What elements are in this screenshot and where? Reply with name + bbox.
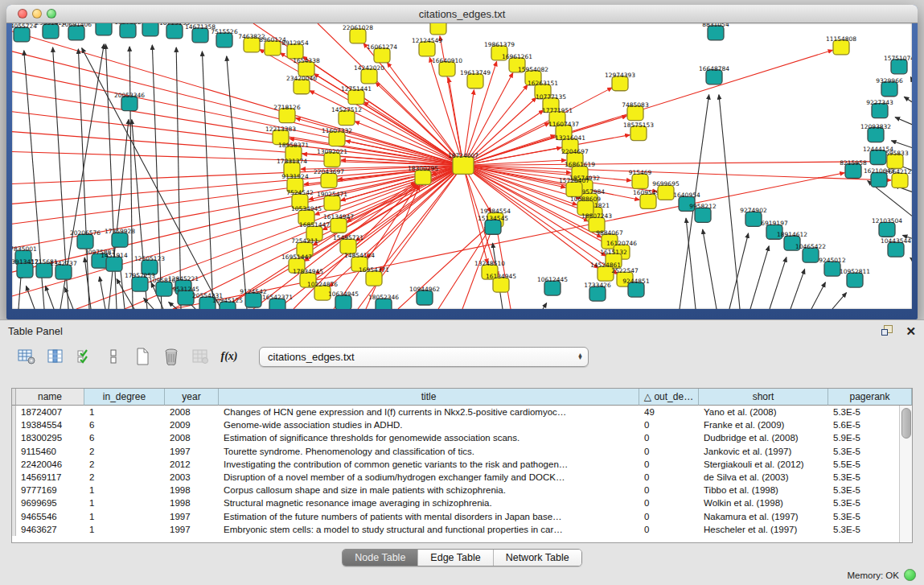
graph-node[interactable]: 10944962	[409, 286, 440, 305]
table-row[interactable]: 969969511998Structural magnetic resonanc…	[12, 496, 912, 509]
tab-network-table[interactable]: Network Table	[494, 550, 581, 566]
graph-node[interactable]: 7515526	[211, 28, 238, 47]
table-vertical-scrollbar[interactable]	[899, 406, 912, 542]
table-cell: 9463627	[16, 525, 84, 534]
table-row[interactable]: 911546021997Tourette syndrome. Phenomeno…	[12, 445, 912, 458]
table-row[interactable]: 977716911998Corpus callosum shape and si…	[12, 484, 912, 496]
import-table-icon[interactable]	[190, 347, 211, 366]
table-cell: 2008	[165, 407, 219, 417]
graph-node[interactable]: 10443544	[881, 237, 911, 257]
graph-node[interactable]: 14242020	[354, 64, 384, 84]
column-header-name[interactable]: name	[16, 389, 84, 406]
table-row[interactable]: 1938455462009Genome-wide association stu…	[12, 418, 912, 431]
graph-node[interactable]: 10952811	[840, 268, 870, 287]
add-column-icon[interactable]	[45, 347, 66, 366]
graph-node-label: 9245012	[819, 257, 845, 264]
tab-edge-table[interactable]: Edge Table	[418, 550, 493, 566]
graph-node[interactable]: 9958212	[689, 203, 716, 222]
new-table-icon[interactable]	[16, 347, 37, 366]
graph-node[interactable]: 9227343	[866, 99, 893, 118]
graph-node-hub[interactable]: 18724007	[448, 152, 478, 175]
function-builder-icon[interactable]: f(x)	[219, 347, 240, 366]
graph-node[interactable]: 12974393	[605, 72, 635, 91]
table-row[interactable]: 2242004622012Investigating the contribut…	[12, 458, 912, 471]
graph-node-label: 15134545	[478, 215, 508, 222]
table-selector-dropdown[interactable]: citations_edges.txt ▲▼	[259, 347, 589, 367]
graph-node[interactable]: 11154808	[826, 35, 856, 55]
graph-node[interactable]: 13092021	[317, 148, 347, 167]
column-header-year[interactable]: year	[165, 389, 219, 406]
graph-node[interactable]: 8215958	[840, 159, 867, 179]
column-header-in_degree[interactable]: in_degree	[84, 389, 165, 406]
graph-node[interactable]: 14055724	[12, 23, 37, 42]
table-cell: 1997	[165, 512, 219, 521]
close-panel-icon[interactable]: ✕	[906, 325, 916, 337]
graph-node[interactable]: 10634945	[328, 290, 359, 309]
graph-node-label: 10465422	[795, 243, 826, 250]
graph-node[interactable]: 18575153	[623, 122, 654, 141]
graph-node[interactable]: 10612445	[537, 276, 568, 295]
graph-node[interactable]: 9329966	[876, 77, 903, 97]
graph-node[interactable]: 16210643	[864, 167, 894, 187]
table-row[interactable]: 946554611997Estimation of the future num…	[12, 510, 912, 523]
table-cell: 0	[639, 472, 699, 482]
graph-node[interactable]: 8912954	[281, 39, 309, 59]
graph-node[interactable]: 1342737	[50, 260, 77, 279]
graph-node-label: 9227343	[866, 99, 893, 106]
network-canvas[interactable]: 1872400714055724230914262069140610653287…	[12, 23, 912, 309]
column-header-pagerank[interactable]: pagerank	[828, 389, 912, 406]
graph-node[interactable]: 10945125	[212, 297, 243, 309]
graph-node[interactable]: 12103504	[872, 217, 902, 237]
select-columns-icon[interactable]	[74, 347, 95, 366]
table-cell: 49	[639, 407, 699, 417]
graph-node[interactable]: 22061028	[343, 24, 373, 43]
table-row[interactable]: 1456911722003Disruption of a novel membe…	[12, 471, 912, 484]
table-row[interactable]: 946362711997Embryonic stem cells: a mode…	[12, 523, 912, 536]
table-row[interactable]: 1872400712008Changes of HCN gene express…	[12, 406, 912, 418]
float-window-icon[interactable]	[881, 325, 894, 336]
close-window-icon[interactable]	[18, 9, 27, 19]
tab-node-table[interactable]: Node Table	[343, 550, 418, 566]
memory-status-icon[interactable]	[904, 569, 916, 581]
graph-node[interactable]: 22043697	[314, 168, 344, 187]
graph-node[interactable]: 9244851	[622, 278, 650, 297]
graph-node[interactable]: 1527602	[114, 23, 141, 38]
row-height-icon[interactable]	[103, 347, 124, 366]
graph-node[interactable]: 20053346	[114, 92, 145, 111]
column-header-title[interactable]: title	[219, 389, 639, 406]
graph-node[interactable]: 12093832	[860, 123, 891, 142]
graph-node-label: 16861619	[565, 162, 595, 169]
zoom-window-icon[interactable]	[47, 9, 56, 19]
graph-node[interactable]: 12124549	[412, 37, 442, 56]
graph-node[interactable]: 8831054	[702, 23, 729, 40]
graph-node[interactable]: 16954371	[359, 266, 389, 286]
graph-node[interactable]: 1733426	[584, 282, 611, 301]
new-document-icon[interactable]	[132, 347, 153, 366]
graph-node[interactable]: 8813074	[425, 23, 452, 35]
graph-node[interactable]: 915469	[629, 169, 652, 188]
graph-node[interactable]: 1654338	[293, 57, 320, 76]
table-cell: 0	[639, 485, 699, 495]
graph-node-label: 20053346	[114, 92, 145, 99]
graph-node[interactable]: 20206576	[70, 229, 101, 249]
graph-node[interactable]: 20691406	[61, 23, 92, 40]
graph-node[interactable]: 18052346	[368, 294, 399, 309]
graph-node[interactable]: 23420046	[286, 75, 317, 94]
graph-node[interactable]: 7485083	[622, 101, 649, 121]
graph-node[interactable]: 16648784	[699, 65, 729, 84]
graph-node[interactable]: 16542371	[262, 294, 293, 309]
graph-node[interactable]: 16640910	[432, 57, 462, 76]
window-titlebar[interactable]: citations_edges.txt	[6, 5, 918, 23]
table-row[interactable]: 1830029562008Estimation of significance …	[12, 431, 912, 444]
delete-table-icon[interactable]	[161, 347, 182, 366]
graph-node[interactable]: 2718126	[273, 104, 301, 123]
column-header-out_de[interactable]: △ out_de…	[639, 389, 699, 406]
column-header-short[interactable]: short	[699, 389, 828, 406]
minimize-window-icon[interactable]	[32, 9, 42, 19]
scrollbar-thumb[interactable]	[901, 408, 911, 439]
graph-node[interactable]: 12751441	[341, 85, 372, 105]
table-cell: Estimation of significance thresholds fo…	[219, 433, 639, 443]
graph-node[interactable]: 16134945	[486, 273, 516, 292]
graph-node[interactable]: 15751074	[884, 55, 912, 74]
graph-node[interactable]: 19613749	[460, 69, 491, 89]
